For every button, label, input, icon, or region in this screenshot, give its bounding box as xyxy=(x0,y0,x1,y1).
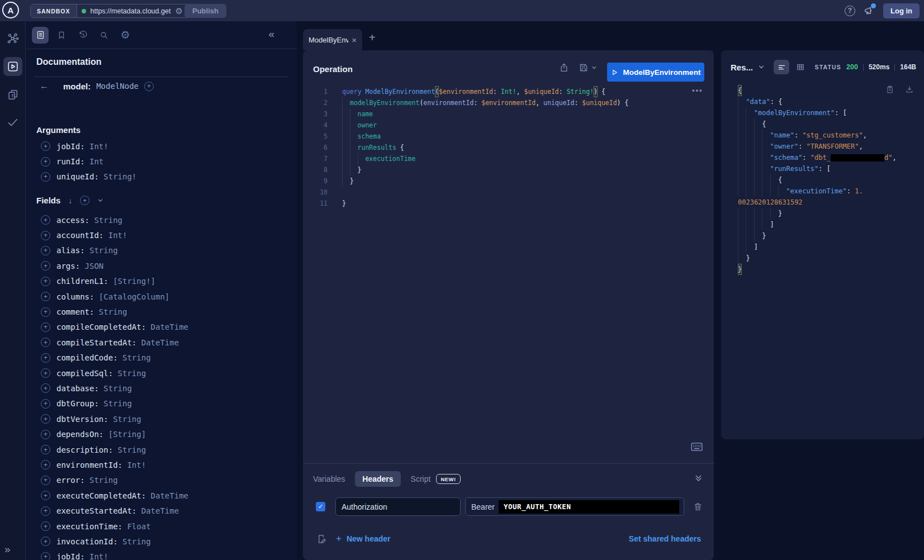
add-field-button[interactable]: + xyxy=(41,414,50,424)
new-tab-button[interactable]: + xyxy=(369,31,376,44)
add-field-button[interactable]: + xyxy=(41,322,50,332)
operation-tab[interactable]: ModelByEnvi... × xyxy=(303,29,362,50)
response-title: Res... xyxy=(731,63,753,72)
tab-headers[interactable]: Headers xyxy=(355,471,400,487)
fields-title: Fields xyxy=(36,196,60,205)
help-icon[interactable]: ? xyxy=(845,6,855,16)
model-type-link[interactable]: ModelNode xyxy=(96,82,139,91)
documentation-tab-icon[interactable] xyxy=(32,27,49,44)
json-line: } xyxy=(738,230,917,241)
endpoint-url[interactable]: https://metadata.cloud.get xyxy=(91,7,174,15)
settings-gear-icon[interactable]: ⚙ xyxy=(117,27,134,44)
header-enabled-checkbox[interactable]: ✓ xyxy=(316,502,325,511)
json-line: ] xyxy=(738,219,917,230)
chevron-down-icon[interactable] xyxy=(97,197,103,203)
code-line: 9} xyxy=(303,175,714,187)
field-item: +comment: String xyxy=(26,304,297,319)
field-item: +environmentId: Int! xyxy=(26,457,297,472)
json-line: } xyxy=(738,253,917,264)
close-tab-icon[interactable]: × xyxy=(352,35,357,45)
new-header-button[interactable]: + New header xyxy=(336,533,391,544)
tab-script[interactable]: Script xyxy=(411,474,431,483)
response-json[interactable]: {"data": {"modelByEnvironment": [{"name"… xyxy=(738,85,917,275)
table-view-toggle-icon[interactable] xyxy=(793,60,808,74)
add-field-button[interactable]: + xyxy=(41,476,50,485)
back-arrow-icon[interactable]: ← xyxy=(40,81,49,91)
add-field-button[interactable]: + xyxy=(41,506,50,516)
connection-status-dot xyxy=(82,9,86,13)
add-field-button[interactable]: + xyxy=(41,430,50,439)
endpoint-settings-icon[interactable]: ⚙ xyxy=(176,6,183,16)
add-field-button[interactable]: + xyxy=(41,383,50,393)
operation-panel: Operation ModelByEnvironment ••• 1query … xyxy=(303,50,714,560)
checklist-icon[interactable] xyxy=(3,113,22,132)
documentation-panel: ⚙ « Documentation ← model: ModelNode + A… xyxy=(26,21,297,560)
add-field-button[interactable]: + xyxy=(41,445,50,454)
graphql-editor[interactable]: 1query ModelByEnvironment($environmentId… xyxy=(303,86,714,209)
add-field-button[interactable]: + xyxy=(41,215,50,225)
keyboard-shortcuts-icon[interactable] xyxy=(691,443,703,451)
tab-variables[interactable]: Variables xyxy=(313,474,345,483)
delete-header-icon[interactable] xyxy=(693,502,703,511)
response-dropdown-chevron-icon[interactable] xyxy=(758,64,765,70)
save-operation-icon[interactable] xyxy=(579,63,597,73)
field-item: +dependsOn: [String] xyxy=(26,426,297,442)
share-operation-icon[interactable] xyxy=(559,63,569,73)
publish-button[interactable]: Publish xyxy=(184,4,226,18)
add-field-button[interactable]: + xyxy=(41,141,50,151)
add-field-button[interactable]: + xyxy=(41,368,50,378)
docs-panel-title: Documentation xyxy=(36,57,101,67)
code-line: 6runResults { xyxy=(303,142,714,153)
raw-view-toggle-icon[interactable] xyxy=(774,60,789,74)
collapse-docs-icon[interactable]: « xyxy=(268,28,274,40)
json-line: { xyxy=(738,118,917,130)
add-field-button[interactable]: + xyxy=(41,491,50,500)
add-field-button[interactable]: + xyxy=(41,246,50,255)
add-field-button[interactable]: + xyxy=(41,172,50,182)
schema-graph-icon[interactable] xyxy=(3,29,22,48)
add-field-button[interactable]: + xyxy=(41,552,50,560)
header-value-input[interactable]: Bearer YOUR_AUTH_TOKEN xyxy=(465,497,684,516)
announcements-icon[interactable] xyxy=(863,4,875,17)
add-field-button[interactable]: + xyxy=(41,399,50,409)
docs-toolbar: ⚙ « xyxy=(26,21,297,49)
add-fields-button[interactable]: + xyxy=(80,196,89,205)
bookmarks-icon[interactable] xyxy=(53,27,70,44)
add-field-button[interactable]: + xyxy=(41,338,50,347)
field-item: +columns: [CatalogColumn] xyxy=(26,289,297,304)
set-shared-headers-link[interactable]: Set shared headers xyxy=(629,534,701,543)
run-operation-button[interactable]: ModelByEnvironment xyxy=(607,63,704,82)
add-field-button[interactable]: + xyxy=(41,261,50,270)
endpoint-url-field[interactable]: https://metadata.cloud.get ⚙ xyxy=(77,4,189,17)
json-line: "executionTime": 1. xyxy=(738,186,917,197)
collapse-panel-icon[interactable] xyxy=(694,474,703,482)
plus-icon: + xyxy=(336,533,342,544)
operation-title: Operation xyxy=(313,64,353,74)
login-button[interactable]: Log in xyxy=(883,3,920,18)
add-field-button[interactable]: + xyxy=(41,157,50,167)
expand-rail-icon[interactable]: » xyxy=(4,543,11,556)
add-all-fields-button[interactable]: + xyxy=(144,82,154,91)
response-time: 520ms xyxy=(869,63,889,71)
operation-collections-icon[interactable] xyxy=(3,85,22,104)
add-field-button[interactable]: + xyxy=(41,460,50,469)
divider xyxy=(894,64,895,71)
history-icon[interactable] xyxy=(74,27,91,44)
add-field-button[interactable]: + xyxy=(41,277,50,286)
add-field-button[interactable]: + xyxy=(41,537,50,546)
add-field-button[interactable]: + xyxy=(41,353,50,363)
preview-headers-icon[interactable] xyxy=(316,534,327,544)
add-field-button[interactable]: + xyxy=(41,231,50,240)
arguments-title: Arguments xyxy=(36,125,80,135)
add-field-button[interactable]: + xyxy=(41,307,50,317)
field-item: +jobId: Int! xyxy=(26,549,297,560)
apollo-logo: A xyxy=(2,2,19,18)
header-name-input[interactable]: Authorization xyxy=(335,497,461,516)
search-icon[interactable] xyxy=(96,27,112,44)
json-line: } xyxy=(738,264,917,275)
field-item: +access: String xyxy=(26,212,297,227)
add-field-button[interactable]: + xyxy=(41,292,50,301)
sort-fields-icon[interactable]: ↓ xyxy=(68,196,72,205)
add-field-button[interactable]: + xyxy=(41,521,50,531)
explorer-icon[interactable] xyxy=(3,57,22,76)
